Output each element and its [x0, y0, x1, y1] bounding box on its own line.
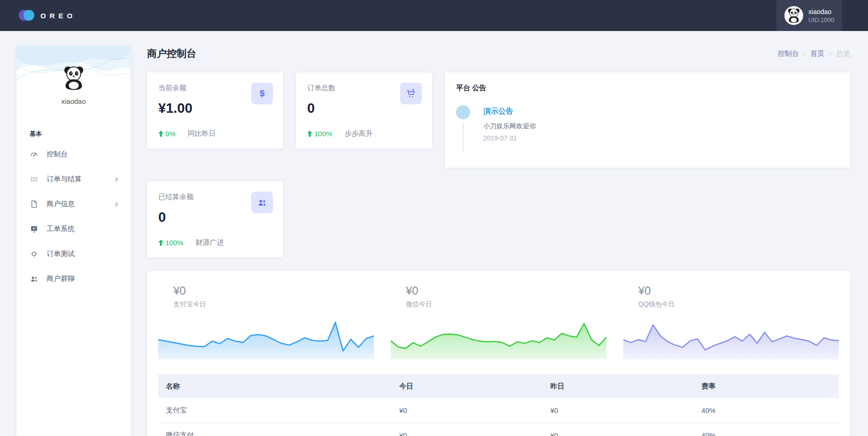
brand-name: OREO: [40, 12, 76, 20]
navbar-user-menu[interactable]: xiaodao UID:1000: [776, 0, 842, 31]
sidebar-item-label: 订单测试: [46, 249, 75, 258]
arrow-up-icon: [307, 131, 312, 137]
wechat-today-label: 微信今日: [406, 300, 606, 309]
cell-today: ¥0: [392, 398, 543, 423]
alipay-today-value: ¥0: [173, 284, 374, 297]
stat-delta-note: 财源广进: [195, 238, 224, 247]
announcement-link[interactable]: 演示公告: [483, 107, 513, 117]
wechat-chart-block: ¥0 微信今日: [391, 284, 606, 359]
stat-card-settled: 已结算余额 0 100% 财源广进: [147, 181, 283, 257]
alipay-sparkline-chart: [158, 316, 374, 359]
stat-delta-note: 同比昨日: [188, 129, 216, 138]
charts-table-panel: ¥0 支付宝今日 ¥0 微信今日: [147, 271, 850, 436]
announcement-title: 平台 公告: [456, 84, 839, 93]
arrow-up-icon: [158, 240, 163, 246]
announcement-panel: 平台 公告 演示公告 小刀娱乐网欢迎你 2019-07-31: [445, 72, 850, 168]
user-avatar: [784, 6, 803, 25]
sidebar-avatar: [60, 64, 87, 92]
column-header-yesterday: 昨日: [543, 374, 694, 398]
stat-card-orders: 订单总数 0 100% 步步高升: [296, 72, 432, 148]
sidebar-item-label: 工单系统: [46, 225, 75, 234]
cell-today: ¥0: [392, 423, 543, 436]
gauge-icon: [30, 150, 39, 159]
stat-delta: 100%: [165, 239, 183, 247]
sidebar-item-ticket-system[interactable]: 工单系统: [16, 217, 131, 241]
user-uid: UID:1000: [808, 16, 834, 24]
sidebar-item-label: 订单与结算: [46, 175, 82, 184]
sidebar-item-dashboard[interactable]: 控制台: [16, 142, 131, 167]
sidebar-item-label: 商户群聊: [46, 274, 75, 283]
chevron-right-icon: [114, 202, 119, 207]
wechat-sparkline-chart: [391, 316, 606, 359]
sidebar-item-orders-settlement[interactable]: 订单与结算: [16, 167, 131, 192]
qqwallet-sparkline-chart: [623, 316, 839, 359]
qqwallet-today-value: ¥0: [638, 284, 839, 297]
rate-table-header-row: 名称 今日 昨日 费率: [158, 374, 839, 398]
chevron-right-icon: [114, 177, 119, 182]
grid-dots-icon: [30, 175, 39, 184]
cell-name: 微信支付: [158, 423, 392, 436]
wechat-today-value: ¥0: [406, 284, 606, 297]
logo-circles-icon: [19, 10, 35, 21]
breadcrumb-separator: ›: [804, 50, 806, 57]
stat-delta: 100%: [314, 130, 332, 138]
document-icon: [30, 200, 39, 209]
stat-card-balance: 当前余额 $ ¥1.00 0% 同比昨日: [147, 72, 283, 148]
cell-rate: 40%: [694, 423, 839, 436]
rate-table: 名称 今日 昨日 费率 支付宝 ¥0 ¥0 40% 微信支付 ¥0 ¥0 40%: [158, 374, 839, 436]
column-header-rate: 费率: [694, 374, 839, 398]
sidebar-profile: xiaodao: [16, 46, 131, 105]
timeline-line: [463, 122, 464, 152]
people-icon: [30, 274, 39, 283]
qqwallet-today-label: QQ钱包今日: [638, 300, 839, 309]
cell-yesterday: ¥0: [543, 423, 694, 436]
table-row-alipay: 支付宝 ¥0 ¥0 40%: [158, 398, 839, 423]
timeline-dot-icon: [456, 105, 470, 119]
breadcrumb-home[interactable]: 首页: [810, 49, 824, 58]
sidebar-item-order-test[interactable]: 订单测试: [16, 241, 131, 266]
cell-name: 支付宝: [158, 398, 392, 423]
qqwallet-chart-block: ¥0 QQ钱包今日: [623, 284, 839, 359]
sidebar-item-label: 商户信息: [46, 200, 75, 209]
stat-delta-note: 步步高升: [344, 129, 372, 138]
column-header-today: 今日: [392, 374, 543, 398]
alipay-today-label: 支付宝今日: [173, 300, 374, 309]
breadcrumb-separator: ›: [829, 50, 831, 57]
sidebar-item-merchant-info[interactable]: 商户信息: [16, 192, 131, 217]
stat-delta: 0%: [165, 130, 176, 138]
announcement-content: 小刀娱乐网欢迎你: [483, 122, 839, 131]
breadcrumb: 控制台 › 首页 › 总览: [778, 49, 850, 58]
sidebar-item-merchant-chat[interactable]: 商户群聊: [16, 266, 131, 291]
main-content: 商户控制台 控制台 › 首页 › 总览 当前余额 $ ¥1.00 0% 同比昨日…: [147, 46, 850, 436]
sidebar-section-label: 基本: [30, 130, 131, 138]
announcement-date: 2019-07-31: [483, 134, 839, 142]
brand-logo[interactable]: OREO: [19, 10, 76, 21]
cell-rate: 40%: [694, 398, 839, 423]
user-name: xiaodao: [808, 8, 834, 16]
sidebar-menu: 控制台 订单与结算 商户信息: [16, 142, 131, 291]
table-row-wechat: 微信支付 ¥0 ¥0 40%: [158, 423, 839, 436]
top-navbar: OREO xiaodao UID:1000: [0, 0, 868, 31]
people-icon: [251, 192, 273, 213]
dollar-icon: $: [251, 83, 273, 104]
cart-plus-icon: [400, 83, 422, 104]
breadcrumb-console[interactable]: 控制台: [778, 49, 799, 58]
alipay-chart-block: ¥0 支付宝今日: [158, 284, 374, 359]
page-title: 商户控制台: [147, 47, 196, 60]
announcement-item: 演示公告 小刀娱乐网欢迎你 2019-07-31: [456, 107, 839, 142]
sidebar-username: xiaodao: [16, 97, 131, 105]
sidebar: xiaodao 基本 控制台 订单与结算 商户信息: [16, 46, 131, 436]
arrow-up-icon: [158, 131, 163, 137]
cell-yesterday: ¥0: [543, 398, 694, 423]
test-icon: [30, 249, 39, 258]
sidebar-item-label: 控制台: [46, 150, 68, 159]
column-header-name: 名称: [158, 374, 392, 398]
breadcrumb-current: 总览: [836, 49, 850, 58]
monitor-icon: [30, 225, 39, 234]
